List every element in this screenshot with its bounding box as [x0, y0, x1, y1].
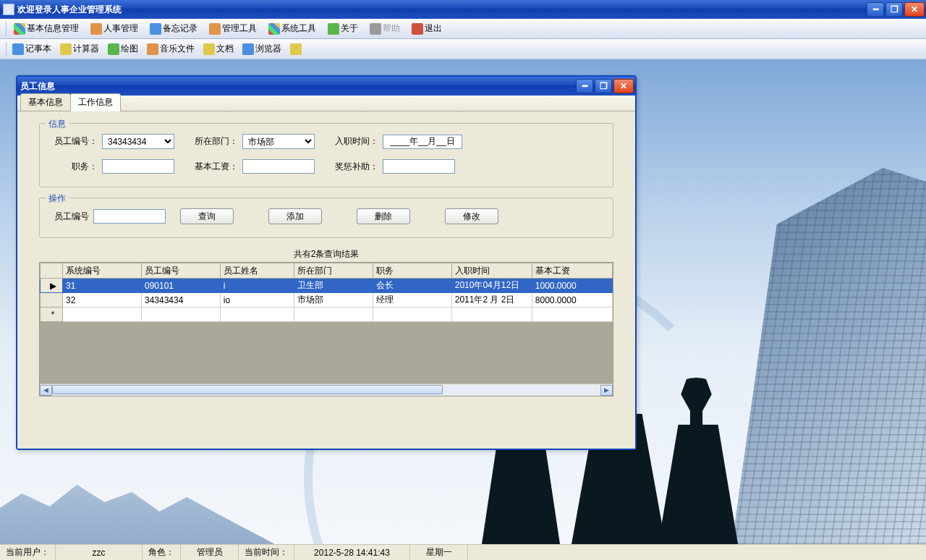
cube-icon: [14, 23, 25, 35]
scroll-right-button[interactable]: ▶: [600, 385, 613, 396]
note-icon: [150, 23, 161, 35]
close-button[interactable]: ✕: [904, 2, 925, 17]
client-area: 员工信息 ━ ❐ ✕ 基本信息 工作信息 信息 员工编号：: [0, 59, 926, 544]
hire-date-input[interactable]: [383, 135, 462, 149]
search-icon: [290, 43, 302, 55]
col-name[interactable]: 员工姓名: [220, 263, 294, 279]
paint-icon: [108, 43, 119, 55]
maximize-button[interactable]: ❐: [885, 2, 903, 17]
document-icon: [203, 43, 215, 55]
calculator-icon: [60, 43, 72, 55]
child-title: 员工信息: [20, 80, 55, 93]
data-grid[interactable]: 系统编号 员工编号 员工姓名 所在部门 职务 入职时间 基本工资 ▶ 31: [39, 262, 613, 396]
scroll-thumb[interactable]: [52, 385, 443, 394]
toolbar: 记事本 计算器 绘图 音乐文件 文档 浏览器: [0, 39, 926, 59]
query-id-label: 员工编号: [54, 211, 89, 223]
status-time-value: 2012-5-28 14:41:43: [294, 545, 410, 560]
ops-group-title: 操作: [46, 192, 69, 205]
status-role-value: 管理员: [181, 545, 239, 560]
department-select[interactable]: 市场部: [242, 134, 315, 149]
department-label: 所在部门：: [195, 135, 238, 148]
menu-basic-info[interactable]: 基本信息管理: [8, 21, 85, 36]
modify-button[interactable]: 修改: [445, 208, 498, 224]
add-button[interactable]: 添加: [268, 208, 322, 224]
tools-icon: [209, 23, 221, 35]
people-icon: [90, 23, 102, 35]
info-icon: [328, 23, 339, 35]
col-system-id[interactable]: 系统编号: [63, 263, 142, 279]
menu-help[interactable]: 帮助: [364, 21, 406, 36]
employee-id-select[interactable]: 34343434: [102, 134, 174, 149]
tab-work-info[interactable]: 工作信息: [70, 93, 121, 111]
query-id-input[interactable]: [93, 209, 166, 224]
status-weekday-value: 星期一: [410, 545, 468, 560]
tool-music[interactable]: 音乐文件: [143, 41, 199, 56]
row-header-col[interactable]: [41, 263, 63, 279]
menu-about[interactable]: 关于: [322, 21, 364, 36]
menubar: 基本信息管理 人事管理 备忘记录 管理工具 系统工具 关于 帮助 退出: [0, 19, 926, 39]
base-salary-label: 基本工资：: [195, 161, 238, 173]
ops-group: 操作 员工编号 查询 添加 删除 修改: [39, 198, 613, 238]
tool-notepad[interactable]: 记事本: [8, 41, 56, 56]
child-close-button[interactable]: ✕: [613, 79, 634, 93]
menu-system-tools[interactable]: 系统工具: [263, 21, 322, 36]
col-base-salary[interactable]: 基本工资: [532, 263, 612, 279]
col-hire-date[interactable]: 入职时间: [451, 263, 532, 279]
scroll-track[interactable]: [52, 385, 600, 396]
bonus-input[interactable]: [383, 159, 455, 174]
row-marker[interactable]: ▶: [41, 279, 63, 293]
main-titlebar[interactable]: 欢迎登录人事企业管理系统 ━ ❐ ✕: [0, 0, 926, 19]
employee-id-label: 员工编号：: [54, 135, 98, 148]
info-group: 信息 员工编号： 34343434 所在部门： 市场部 入职时间： 职务：: [39, 123, 613, 187]
menu-hr[interactable]: 人事管理: [85, 21, 144, 36]
child-maximize-button[interactable]: ❐: [595, 79, 612, 93]
base-salary-input[interactable]: [242, 159, 315, 174]
tool-browser[interactable]: 浏览器: [238, 41, 286, 56]
notepad-icon: [12, 43, 24, 55]
status-time-label: 当前时间：: [239, 545, 294, 560]
child-minimize-button[interactable]: ━: [576, 79, 593, 93]
delete-button[interactable]: 删除: [357, 208, 410, 224]
tabstrip: 基本信息 工作信息: [17, 96, 635, 111]
table-new-row[interactable]: *: [41, 307, 613, 322]
menu-memo[interactable]: 备忘记录: [144, 21, 203, 36]
col-department[interactable]: 所在部门: [294, 263, 373, 279]
app-icon: [3, 4, 14, 15]
table-row[interactable]: 32 34343434 io 市场部 经理 2011年2 月 2日 8000.0…: [41, 293, 613, 307]
status-user-value: zzc: [56, 545, 143, 560]
hire-date-label: 入职时间：: [335, 135, 378, 148]
position-label: 职务：: [72, 161, 98, 173]
table-row[interactable]: ▶ 31 090101 i 卫生部 会长 2010年04月12日 1000.00…: [41, 279, 613, 293]
tool-search[interactable]: [286, 42, 307, 56]
menu-admin-tools[interactable]: 管理工具: [203, 21, 263, 36]
bonus-label: 奖惩补助：: [335, 161, 378, 173]
menu-exit[interactable]: 退出: [406, 21, 448, 36]
tool-calculator[interactable]: 计算器: [56, 41, 103, 56]
position-input[interactable]: [102, 159, 174, 174]
employee-info-window[interactable]: 员工信息 ━ ❐ ✕ 基本信息 工作信息 信息 员工编号：: [16, 75, 637, 450]
info-group-title: 信息: [46, 118, 69, 130]
status-role-label: 角色：: [143, 545, 181, 560]
minimize-button[interactable]: ━: [867, 2, 884, 17]
tool-docs[interactable]: 文档: [199, 41, 238, 56]
status-user-label: 当前用户：: [0, 545, 56, 560]
query-button[interactable]: 查询: [180, 208, 234, 224]
grid-header-row: 系统编号 员工编号 员工姓名 所在部门 职务 入职时间 基本工资: [41, 263, 613, 279]
statusbar: 当前用户： zzc 角色： 管理员 当前时间： 2012-5-28 14:41:…: [0, 544, 926, 560]
tab-basic-info[interactable]: 基本信息: [20, 93, 71, 111]
music-icon: [147, 43, 158, 55]
browser-icon: [242, 43, 254, 55]
horizontal-scrollbar[interactable]: ◀ ▶: [40, 383, 613, 396]
row-marker-new[interactable]: *: [41, 307, 63, 322]
help-icon: [370, 23, 381, 35]
col-employee-id[interactable]: 员工编号: [141, 263, 220, 279]
col-position[interactable]: 职务: [373, 263, 451, 279]
main-title: 欢迎登录人事企业管理系统: [17, 4, 122, 16]
butterfly-icon: [268, 23, 280, 35]
exit-icon: [412, 23, 423, 35]
result-caption: 共有2条查询结果: [39, 248, 613, 260]
tool-paint[interactable]: 绘图: [103, 41, 143, 56]
scroll-left-button[interactable]: ◀: [40, 385, 52, 396]
row-marker[interactable]: [41, 293, 63, 307]
